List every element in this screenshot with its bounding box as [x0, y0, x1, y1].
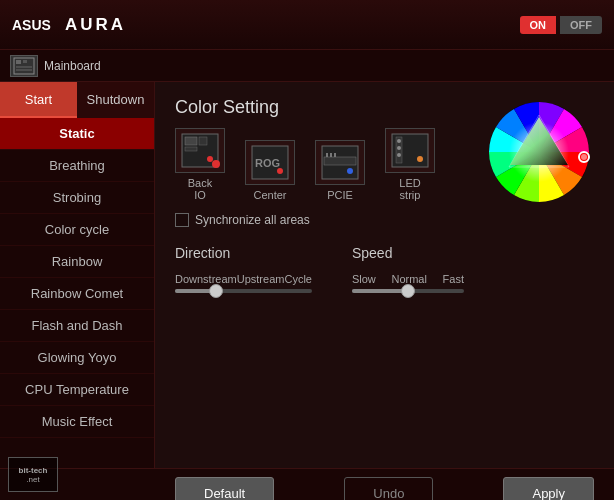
- color-wheel-svg: [484, 97, 594, 207]
- sync-label: Synchronize all areas: [195, 213, 310, 227]
- direction-slider-thumb[interactable]: [209, 284, 223, 298]
- sidebar: Start Shutdown Static Breathing Strobing…: [0, 82, 155, 468]
- sidebar-item-rainbow-comet[interactable]: Rainbow Comet: [0, 278, 154, 310]
- sidebar-item-strobing[interactable]: Strobing: [0, 182, 154, 214]
- center-label: Center: [253, 189, 286, 201]
- sidebar-item-breathing[interactable]: Breathing: [0, 150, 154, 182]
- svg-point-13: [277, 168, 283, 174]
- asus-logo-icon: ASUS: [12, 14, 57, 36]
- components-row: BackIO ROG Center: [175, 128, 464, 201]
- svg-point-22: [397, 139, 401, 143]
- back-io-dot: [212, 160, 220, 168]
- subheader: Mainboard: [0, 50, 614, 82]
- watermark: bit-tech .net: [8, 457, 58, 492]
- svg-text:ASUS: ASUS: [12, 17, 51, 33]
- mainboard-label: Mainboard: [44, 59, 101, 73]
- back-io-label: BackIO: [188, 177, 212, 201]
- component-pcie[interactable]: PCIE: [315, 140, 365, 201]
- direction-labels: Downstream Upstream Cycle: [175, 273, 312, 285]
- svg-text:ROG: ROG: [255, 157, 280, 169]
- header: ASUS AURA ON OFF: [0, 0, 614, 50]
- back-io-icon: [175, 128, 225, 173]
- header-toggle[interactable]: ON OFF: [520, 16, 603, 34]
- tab-start[interactable]: Start: [0, 82, 77, 118]
- sidebar-item-static[interactable]: Static: [0, 118, 154, 150]
- sidebar-item-flash-and-dash[interactable]: Flash and Dash: [0, 310, 154, 342]
- sidebar-menu: Static Breathing Strobing Color cycle Ra…: [0, 118, 154, 438]
- sidebar-item-cpu-temperature[interactable]: CPU Temperature: [0, 374, 154, 406]
- direction-group: Direction Downstream Upstream Cycle: [175, 245, 312, 293]
- pcie-label: PCIE: [327, 189, 353, 201]
- component-led-strip[interactable]: LEDstrip: [385, 128, 435, 201]
- center-icon: ROG: [245, 140, 295, 185]
- sliders-section: Direction Downstream Upstream Cycle: [175, 245, 464, 293]
- logo-area: ASUS AURA: [12, 14, 126, 36]
- sidebar-item-color-cycle[interactable]: Color cycle: [0, 214, 154, 246]
- apply-button[interactable]: Apply: [503, 477, 594, 500]
- main-layout: Start Shutdown Static Breathing Strobing…: [0, 82, 614, 468]
- mainboard-svg: [13, 57, 35, 75]
- component-center[interactable]: ROG Center: [245, 140, 295, 201]
- toggle-off-button[interactable]: OFF: [560, 16, 602, 34]
- tab-shutdown[interactable]: Shutdown: [77, 82, 154, 118]
- content-area: Color Setting: [155, 82, 614, 468]
- bottom-bar: Default Undo Apply: [0, 468, 614, 500]
- svg-rect-7: [185, 137, 197, 145]
- sync-checkbox[interactable]: [175, 213, 189, 227]
- svg-rect-15: [324, 157, 356, 165]
- mainboard-icon: [10, 55, 38, 77]
- tab-bar: Start Shutdown: [0, 82, 154, 118]
- svg-rect-8: [185, 147, 197, 151]
- direction-title: Direction: [175, 245, 312, 261]
- speed-slider-track[interactable]: [352, 289, 464, 293]
- toggle-on-button[interactable]: ON: [520, 16, 557, 34]
- svg-point-24: [397, 153, 401, 157]
- pcie-icon: [315, 140, 365, 185]
- speed-group: Speed Slow Normal Fast: [352, 245, 464, 293]
- undo-button[interactable]: Undo: [344, 477, 433, 500]
- svg-rect-2: [16, 60, 21, 64]
- direction-slider-track[interactable]: [175, 289, 312, 293]
- sidebar-item-rainbow[interactable]: Rainbow: [0, 246, 154, 278]
- sidebar-item-glowing-yoyo[interactable]: Glowing Yoyo: [0, 342, 154, 374]
- sync-row: Synchronize all areas: [175, 213, 464, 227]
- speed-title: Speed: [352, 245, 464, 261]
- speed-slider-thumb[interactable]: [401, 284, 415, 298]
- sidebar-item-music-effect[interactable]: Music Effect: [0, 406, 154, 438]
- svg-point-31: [581, 154, 587, 160]
- app-title: AURA: [65, 15, 126, 35]
- color-wheel[interactable]: [484, 97, 594, 207]
- component-back-io[interactable]: BackIO: [175, 128, 225, 201]
- svg-point-25: [417, 156, 423, 162]
- svg-rect-3: [23, 60, 27, 63]
- svg-point-19: [347, 168, 353, 174]
- svg-rect-9: [199, 137, 207, 145]
- default-button[interactable]: Default: [175, 477, 274, 500]
- led-strip-label: LEDstrip: [399, 177, 420, 201]
- led-strip-icon: [385, 128, 435, 173]
- content-title: Color Setting: [175, 97, 464, 118]
- svg-point-23: [397, 146, 401, 150]
